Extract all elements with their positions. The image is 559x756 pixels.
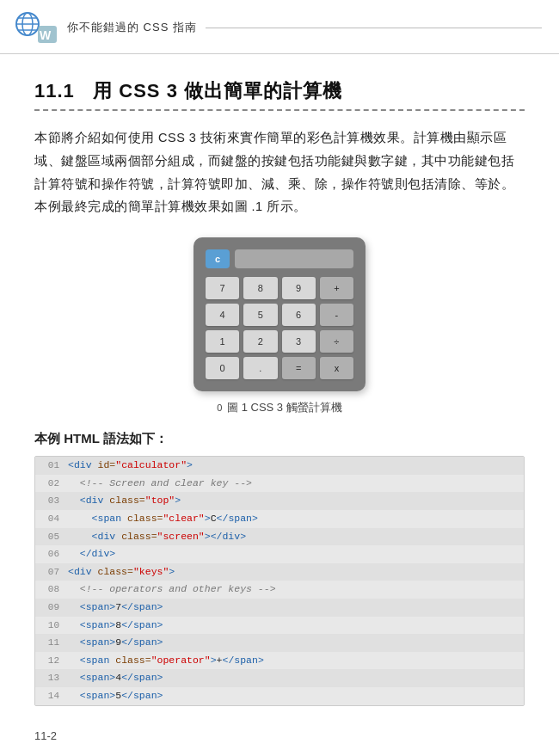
calc-key-9: 9 xyxy=(282,277,316,299)
code-line-2: 02 <!-- Screen and clear key --> xyxy=(35,475,524,493)
calc-key-8: 8 xyxy=(243,277,277,299)
calc-key-plus: + xyxy=(320,277,353,299)
section-title: 11.1 用 CSS 3 做出簡單的計算機 xyxy=(34,78,525,104)
code-line-1: 01 <div id="calculator"> xyxy=(35,457,524,475)
title-underline xyxy=(34,109,525,111)
code-line-14: 14 <span>5</span> xyxy=(35,687,524,705)
code-line-13: 13 <span>4</span> xyxy=(35,669,524,687)
code-line-8: 08 <!-- operators and other keys --> xyxy=(35,581,524,599)
figure-caption: 0 圖 1 CSS 3 觸螢計算機 xyxy=(217,400,341,415)
page-footer: 11-2 xyxy=(34,729,57,742)
calc-screen xyxy=(235,249,353,268)
calc-keys-grid: 7 8 9 + 4 5 6 - 1 2 3 ÷ 0 . = x xyxy=(206,277,353,379)
code-line-9: 09 <span>7</span> xyxy=(35,599,524,617)
code-line-10: 10 <span>8</span> xyxy=(35,617,524,635)
code-line-6: 06 </div> xyxy=(35,545,524,563)
code-line-11: 11 <span>9</span> xyxy=(35,634,524,652)
calculator-image: c 7 8 9 + 4 5 6 - 1 2 3 ÷ 0 xyxy=(194,237,366,391)
sub-heading: 本例 HTML 語法如下： xyxy=(34,431,525,447)
calc-key-6: 6 xyxy=(282,304,316,326)
logo-icon: W xyxy=(14,9,58,46)
page-header: W 你不能錯過的 CSS 指南 xyxy=(0,0,559,54)
calc-key-3: 3 xyxy=(282,330,316,353)
calc-key-2: 2 xyxy=(243,330,277,353)
calc-key-divide: ÷ xyxy=(320,330,353,353)
calc-key-multiply: x xyxy=(320,357,353,379)
figure-caption-icon: 0 xyxy=(217,403,222,413)
calc-key-1: 1 xyxy=(206,330,239,353)
calc-key-equals: = xyxy=(282,357,316,379)
figure-container: c 7 8 9 + 4 5 6 - 1 2 3 ÷ 0 xyxy=(34,237,525,415)
main-content: 11.1 用 CSS 3 做出簡單的計算機 本節將介紹如何使用 CSS 3 技術… xyxy=(0,54,559,723)
body-text: 本節將介紹如何使用 CSS 3 技術來實作簡單的彩色計算機效果。計算機由顯示區域… xyxy=(34,126,525,218)
code-line-7: 07 <div class="keys"> xyxy=(35,563,524,581)
code-block: 01 <div id="calculator"> 02 <!-- Screen … xyxy=(34,456,525,705)
code-line-12: 12 <span class="operator">+</span> xyxy=(35,652,524,670)
calc-top: c xyxy=(206,249,353,268)
code-line-3: 03 <div class="top"> xyxy=(35,492,524,510)
code-line-4: 04 <span class="clear">C</span> xyxy=(35,510,524,528)
calc-key-7: 7 xyxy=(206,277,239,299)
header-divider xyxy=(206,28,542,28)
calc-key-0: 0 xyxy=(206,357,239,379)
calc-key-4: 4 xyxy=(206,304,239,326)
calc-key-minus: - xyxy=(320,304,353,326)
calc-clear-button: c xyxy=(206,249,230,268)
calc-key-dot: . xyxy=(243,357,277,379)
svg-text:W: W xyxy=(40,28,52,42)
header-title: 你不能錯過的 CSS 指南 xyxy=(67,20,197,35)
calc-key-5: 5 xyxy=(243,304,277,326)
code-line-5: 05 <div class="screen"></div> xyxy=(35,528,524,546)
